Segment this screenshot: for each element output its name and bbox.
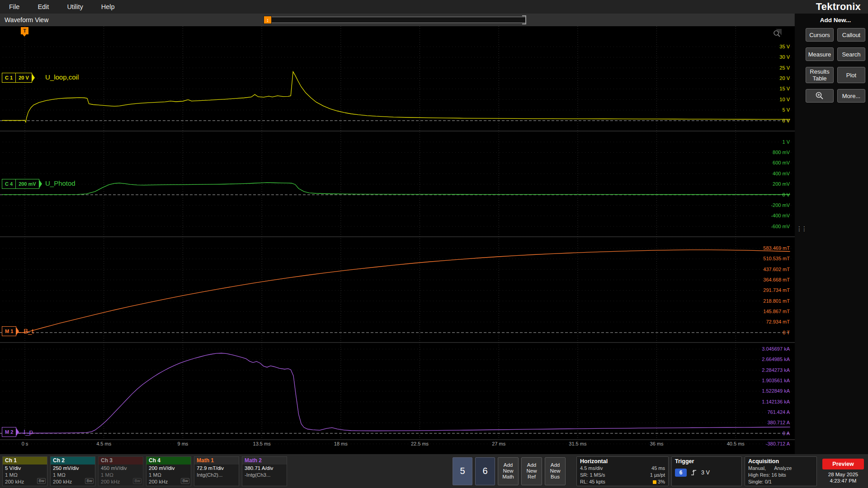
channel-impedance: 1 MΩ bbox=[149, 472, 189, 479]
trace-c1 bbox=[2, 72, 790, 122]
channel-card-ch3[interactable]: Ch 3 450 mV/div 1 MΩ 200 kHz Bw bbox=[98, 456, 143, 486]
more-button[interactable]: More... bbox=[837, 89, 865, 103]
channel-card-ch4[interactable]: Ch 4 200 mV/div 1 MΩ 200 kHz Bw bbox=[146, 456, 191, 486]
acquisition-single: Single: 0/1 bbox=[748, 479, 813, 485]
menu-edit[interactable]: Edit bbox=[38, 3, 49, 10]
search-button[interactable]: Search bbox=[837, 47, 865, 61]
search-plus-icon bbox=[815, 91, 824, 100]
add-new-ref-button[interactable]: Add New Ref bbox=[521, 457, 542, 485]
trigger-source-badge: 6 bbox=[675, 469, 687, 477]
measure-button[interactable]: Measure bbox=[806, 47, 834, 61]
preview-button[interactable]: Preview bbox=[822, 459, 864, 469]
panel-divider[interactable]: ⋮⋮ bbox=[795, 14, 803, 454]
math-card-math2[interactable]: Math 2 380.71 A/div -Intg(Ch3... bbox=[242, 456, 287, 486]
add-new-math-button[interactable]: Add New Math bbox=[498, 457, 519, 485]
trace-name-math2: I_p bbox=[24, 428, 33, 436]
waveform-view-title: Waveform View bbox=[5, 16, 48, 23]
callout-button[interactable]: Callout bbox=[837, 28, 865, 42]
menu-bar: File Edit Utility Help Tektronix bbox=[0, 0, 868, 14]
math2-badge[interactable]: M 2 bbox=[2, 427, 16, 437]
trace-name-c4: U_Photod bbox=[45, 179, 75, 187]
add-new-heading: Add New... bbox=[806, 17, 865, 23]
acquisition-analyze: Analyze bbox=[774, 465, 792, 472]
trigger-position-marker[interactable]: T bbox=[21, 27, 28, 34]
math-card-header: Math 2 bbox=[242, 457, 287, 465]
rising-edge-icon bbox=[690, 469, 698, 476]
cursors-button[interactable]: Cursors bbox=[806, 28, 834, 42]
acquisition-resolution: High Res: 16 bits bbox=[748, 472, 813, 479]
channel-scale: 200 mV/div bbox=[149, 465, 189, 472]
horizontal-window: 45 ms bbox=[651, 465, 665, 472]
channel-card-header: Ch 3 bbox=[99, 457, 143, 465]
bandwidth-limit-icon: Bw bbox=[37, 478, 46, 484]
add-new-bus-button[interactable]: Add New Bus bbox=[545, 457, 566, 485]
zoom-magnifier-icon[interactable] bbox=[772, 29, 782, 38]
channel-scale-label: 200 mV bbox=[15, 179, 39, 188]
date-label: 28 May 2025 bbox=[828, 471, 859, 478]
zoom-overview-bar[interactable]: ↕ bbox=[264, 17, 526, 23]
trigger-level: 3 V bbox=[701, 469, 710, 476]
channel-scale: 450 mV/div bbox=[101, 465, 141, 472]
waveform-view-window: Waveform View ↕ 35 V30 V25 V20 V15 V10 V… bbox=[0, 14, 795, 454]
horizontal-scale: 4.5 ms/div bbox=[580, 465, 603, 472]
trace-c4 bbox=[2, 183, 790, 194]
channel-card-header: Ch 2 bbox=[51, 457, 95, 465]
math-badge-label: M 1 bbox=[2, 327, 16, 336]
channel-badge-label: C 1 bbox=[2, 73, 15, 82]
horizontal-panel[interactable]: Horizontal 4.5 ms/div 45 ms SR: 1 MS/s 1… bbox=[576, 456, 669, 486]
math-scale: 72.9 mT/div bbox=[197, 465, 236, 472]
channel-badge-label: C 4 bbox=[2, 179, 15, 188]
channel-scale-label: 20 V bbox=[15, 73, 32, 82]
channel-card-header: Ch 4 bbox=[146, 457, 191, 465]
trace-name-c1: U_loop,coil bbox=[45, 73, 79, 81]
channel-impedance: 1 MΩ bbox=[101, 472, 141, 479]
results-table-button[interactable]: Results Table bbox=[806, 67, 834, 83]
waveform-chart[interactable] bbox=[0, 26, 795, 448]
main-area: Waveform View ↕ 35 V30 V25 V20 V15 V10 V… bbox=[0, 14, 868, 454]
trace-m2 bbox=[2, 353, 790, 433]
sidebar-buttons: Cursors Callout Measure Search Results T… bbox=[806, 28, 865, 103]
channel-scale: 250 mV/div bbox=[53, 465, 93, 472]
channel-scale: 5 V/div bbox=[5, 465, 45, 472]
menu-help[interactable]: Help bbox=[101, 3, 115, 10]
menu-utility[interactable]: Utility bbox=[67, 3, 83, 10]
sample-rate: SR: 1 MS/s bbox=[580, 472, 605, 479]
acquisition-title: Acquisition bbox=[748, 458, 813, 465]
menu-file[interactable]: File bbox=[9, 3, 19, 10]
math-badge-label: M 2 bbox=[2, 427, 16, 436]
channel-card-ch2[interactable]: Ch 2 250 mV/div 1 MΩ 200 kHz Bw bbox=[50, 456, 95, 486]
zoom-handle-icon[interactable]: ↕ bbox=[264, 16, 272, 24]
plot-button[interactable]: Plot bbox=[837, 67, 865, 83]
channel-badge-c1[interactable]: C 1 20 V bbox=[2, 73, 32, 83]
math-card-math1[interactable]: Math 1 72.9 mT/div Intg(Ch2)... bbox=[194, 456, 239, 486]
trigger-panel[interactable]: Trigger 6 3 V bbox=[671, 456, 742, 486]
channel-6-button[interactable]: 6 bbox=[475, 457, 495, 485]
math-expression: -Intg(Ch3... bbox=[245, 472, 284, 479]
zoom-tool-button[interactable] bbox=[806, 89, 834, 103]
channel-impedance: 1 MΩ bbox=[53, 472, 93, 479]
record-length: RL: 45 kpts bbox=[580, 479, 605, 485]
waveform-view-titlebar: Waveform View ↕ bbox=[0, 14, 794, 27]
trigger-title: Trigger bbox=[675, 458, 738, 465]
waveform-plot-area[interactable]: 35 V30 V25 V20 V15 V10 V5 V0 V1 V800 mV6… bbox=[0, 26, 795, 454]
horizontal-position-icon bbox=[653, 480, 656, 484]
math-expression: Intg(Ch2)... bbox=[197, 472, 236, 479]
trace-m1 bbox=[2, 250, 790, 333]
bandwidth-limit-icon: Bw bbox=[133, 478, 142, 484]
tektronix-logo: Tektronix bbox=[816, 1, 861, 13]
channel-card-ch1[interactable]: Ch 1 5 V/div 1 MΩ 200 kHz Bw bbox=[2, 456, 47, 486]
drag-handle-icon[interactable]: ⋮⋮ bbox=[796, 225, 806, 232]
channel-card-header: Ch 1 bbox=[3, 457, 47, 465]
acquisition-panel[interactable]: Acquisition Manual, Analyze High Res: 16… bbox=[745, 456, 817, 486]
trace-name-math1: B_t bbox=[24, 327, 34, 335]
horizontal-title: Horizontal bbox=[580, 458, 665, 465]
channel-badge-c4[interactable]: C 4 200 mV bbox=[2, 179, 39, 189]
sample-interval: 1 µs/pt bbox=[650, 472, 665, 479]
bandwidth-limit-icon: Bw bbox=[181, 478, 189, 484]
channel-5-button[interactable]: 5 bbox=[453, 457, 472, 485]
sidebar: Add New... Cursors Callout Measure Searc… bbox=[803, 14, 868, 454]
math-scale: 380.71 A/div bbox=[245, 465, 284, 472]
bandwidth-limit-icon: Bw bbox=[85, 478, 94, 484]
math1-badge[interactable]: M 1 bbox=[2, 326, 16, 336]
position-percent: 3% bbox=[653, 479, 665, 485]
